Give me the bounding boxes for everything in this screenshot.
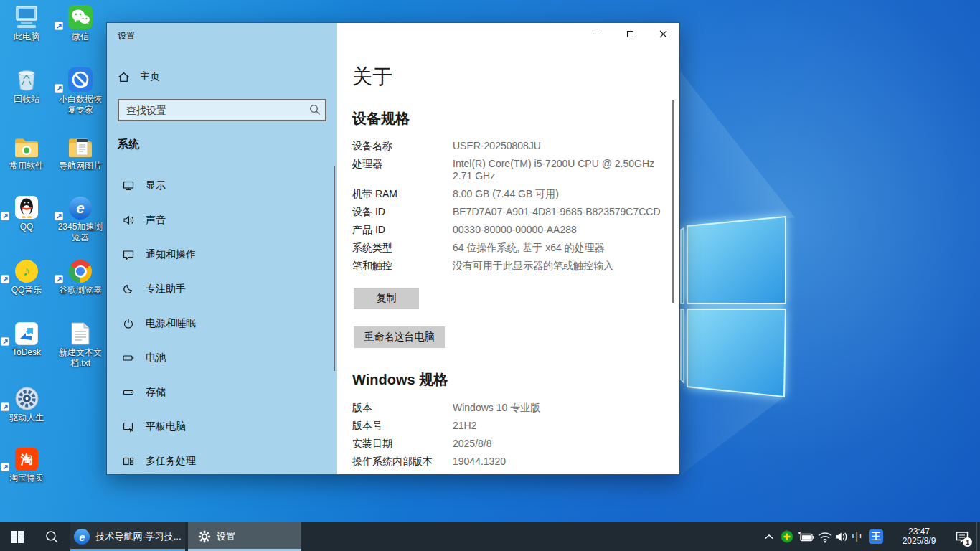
sidebar-item-tablet[interactable]: 平板电脑	[107, 410, 337, 444]
taskbar: e 技术导航网-学习技... 设置	[0, 522, 980, 551]
chevron-up-icon	[764, 533, 774, 540]
spec-label: 笔和触控	[352, 260, 453, 272]
sidebar-item-sound[interactable]: 声音	[107, 203, 337, 237]
sidebar-item-battery[interactable]: 电池	[107, 341, 337, 375]
settings-window: 设置 主页 系统	[106, 22, 680, 475]
maximize-button[interactable]	[613, 23, 646, 44]
taskbar-task-browser[interactable]: e 技术导航网-学习技...	[70, 522, 185, 551]
icon-label: 2345加速浏览器	[57, 222, 104, 243]
desktop-icon-recycle-bin[interactable]: 回收站	[0, 66, 53, 105]
wechat-icon	[68, 5, 93, 29]
copy-button[interactable]: 复制	[354, 288, 419, 309]
minimize-button[interactable]	[580, 23, 613, 44]
icon-label: 导航网图片	[57, 161, 104, 171]
desktop-icon-todesk[interactable]: ToDesk	[0, 319, 53, 358]
icon-label: 谷歌浏览器	[57, 285, 104, 296]
desktop-icon-wechat[interactable]: 微信	[54, 4, 107, 42]
desktop-icon-qq-music[interactable]: ♪ QQ音乐	[0, 257, 53, 296]
notification-center-button[interactable]: 1	[951, 522, 973, 551]
this-pc-icon	[14, 6, 39, 29]
device-spec-rows: 设备名称 USER-20250808JU 处理器 Intel(R) Core(T…	[352, 140, 672, 278]
shortcut-arrow-icon	[1, 337, 9, 346]
desktop-icon-taobao[interactable]: 淘 淘宝特卖	[0, 445, 53, 484]
folder-icon	[14, 137, 39, 159]
desktop-icon-new-text-doc[interactable]: 新建文本文档.txt	[54, 319, 107, 369]
sidebar-item-notifications[interactable]: 通知和操作	[107, 237, 337, 272]
sidebar-item-multitasking[interactable]: 多任务处理	[107, 444, 337, 479]
storage-icon	[123, 387, 134, 398]
search-icon[interactable]	[309, 104, 321, 116]
pictures-folder-icon	[67, 137, 93, 159]
sidebar-scrollbar[interactable]	[334, 166, 335, 371]
page-title: 关于	[352, 63, 392, 90]
spec-row-clipped: 体验	[352, 474, 672, 474]
windows-spec-section-title: Windows 规格	[352, 370, 448, 390]
power-sleep-icon	[123, 318, 134, 329]
qq-music-icon: ♪	[15, 260, 38, 283]
speaker-icon	[834, 531, 849, 542]
clock-date: 2025/8/9	[903, 537, 936, 546]
desktop-icon-driver-life[interactable]: 驱动人生	[0, 385, 53, 423]
spec-label: 操作系统内部版本	[352, 456, 453, 468]
settings-search	[118, 99, 326, 121]
main-scrollbar[interactable]	[672, 100, 674, 303]
spec-value: Windows 10 专业版	[453, 402, 664, 414]
spec-value: 2025/8/8	[453, 438, 664, 450]
icon-label: 回收站	[3, 94, 50, 105]
shortcut-arrow-icon	[55, 84, 63, 93]
taskbar-task-settings[interactable]: 设置	[188, 522, 301, 551]
search-input[interactable]	[118, 99, 326, 121]
sidebar-item-home[interactable]: 主页	[118, 66, 326, 88]
tray-green-plus-app[interactable]	[779, 522, 795, 551]
spec-value: 8.00 GB (7.44 GB 可用)	[453, 188, 664, 200]
sidebar-item-label: 多任务处理	[146, 455, 196, 468]
focus-assist-icon	[123, 283, 134, 295]
sidebar-item-display[interactable]: 显示	[107, 169, 337, 203]
window-title: 设置	[118, 30, 135, 42]
spec-value: 19044.1320	[453, 456, 664, 468]
taskbar-search-button[interactable]	[34, 522, 69, 551]
desktop-icon-qq[interactable]: QQ	[0, 194, 53, 232]
recycle-bin-icon	[16, 67, 37, 92]
icon-label: 新建文本文档.txt	[57, 347, 104, 369]
shortcut-arrow-icon	[55, 275, 63, 283]
tray-chevron-button[interactable]	[760, 522, 778, 551]
sidebar-item-power-sleep[interactable]: 电源和睡眠	[107, 306, 337, 341]
icon-label: 此电脑	[3, 32, 50, 42]
sidebar-item-storage[interactable]: 存储	[107, 375, 337, 410]
close-button[interactable]	[646, 23, 679, 44]
spec-value: Intel(R) Core(TM) i5-7200U CPU @ 2.50GHz…	[453, 158, 664, 182]
sidebar-item-label: 声音	[146, 214, 166, 227]
tray-ime-indicator[interactable]: 中	[849, 522, 865, 551]
tray-battery[interactable]	[796, 522, 815, 551]
rename-pc-button[interactable]: 重命名这台电脑	[354, 326, 445, 348]
shortcut-arrow-icon	[55, 22, 63, 30]
tray-volume[interactable]	[834, 522, 849, 551]
taskbar-clock[interactable]: 23:47 2025/8/9	[888, 522, 950, 551]
desktop-icon-2345-browser[interactable]: e 2345加速浏览器	[54, 194, 107, 243]
close-icon	[659, 30, 667, 38]
sidebar-section-system: 系统	[118, 138, 139, 151]
desktop-icon-xiaobai[interactable]: 小白数据恢复专家	[54, 66, 107, 116]
settings-sidebar: 设置 主页 系统	[107, 23, 337, 474]
desktop-icon-nav-pictures[interactable]: 导航网图片	[54, 133, 107, 171]
spec-label: 版本号	[352, 420, 453, 432]
desktop-icon-this-pc[interactable]: 此电脑	[0, 4, 53, 42]
tray-wifi[interactable]	[816, 522, 834, 551]
xiaobai-recovery-icon	[68, 67, 93, 92]
spec-row: 安装日期 2025/8/8	[352, 438, 672, 450]
desktop-icon-chrome[interactable]: 谷歌浏览器	[54, 257, 107, 296]
sidebar-item-label: 存储	[146, 386, 166, 399]
desktop-icon-common-software[interactable]: 常用软件	[0, 133, 53, 171]
todesk-icon	[15, 322, 38, 345]
spec-row: 操作系统内部版本 19044.1320	[352, 456, 672, 468]
spec-label: 体验	[352, 474, 453, 474]
task-label: 技术导航网-学习技...	[95, 530, 181, 543]
tray-wang-app[interactable]: 王	[867, 522, 885, 551]
show-desktop-button[interactable]	[976, 522, 980, 551]
sidebar-item-focus-assist[interactable]: 专注助手	[107, 272, 337, 306]
icon-label: 微信	[57, 32, 104, 42]
start-button[interactable]	[0, 522, 34, 551]
icon-label: ToDesk	[3, 347, 50, 358]
sidebar-item-label: 电源和睡眠	[146, 317, 196, 330]
